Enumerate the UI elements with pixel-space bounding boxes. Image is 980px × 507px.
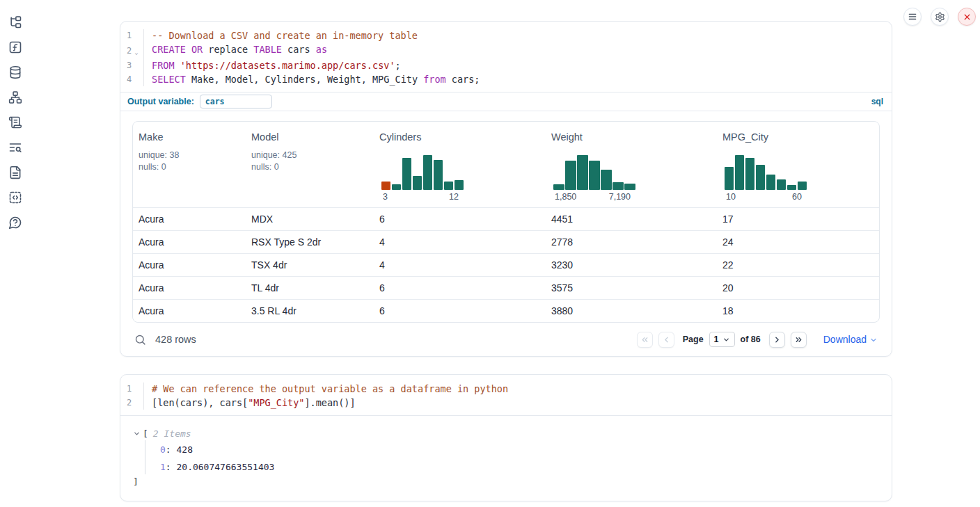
chevron-down-icon: [722, 336, 730, 344]
page-total-label: of 86: [741, 335, 761, 344]
last-page-button[interactable]: [791, 332, 807, 348]
row-count: 428 rows: [155, 334, 196, 345]
first-page-button[interactable]: [637, 332, 653, 348]
data-table: Makeunique: 38nulls: 0Modelunique: 425nu…: [132, 121, 880, 323]
line-number: 2⌄: [120, 43, 144, 60]
window-actions: [903, 8, 976, 26]
table-cell: 18: [717, 305, 879, 316]
hist-bar: [735, 155, 744, 190]
tree-entry: 0: 428: [160, 444, 879, 455]
hist-axis-labels: 312: [381, 190, 464, 202]
hist-bar: [392, 184, 401, 190]
snippets-code-icon[interactable]: [8, 191, 22, 204]
table-cell: 6: [374, 282, 546, 293]
file-tree-icon[interactable]: [8, 15, 22, 29]
column-title: Cylinders: [379, 131, 540, 143]
table-cell: 3880: [546, 305, 717, 316]
sql-cell: 1-- Download a CSV and create an in-memo…: [120, 21, 892, 357]
column-histogram: 1060: [725, 155, 807, 202]
table-cell: 3575: [546, 282, 717, 293]
python-code-editor[interactable]: 1# We can reference the output variable …: [120, 375, 892, 415]
function-square-icon[interactable]: [8, 40, 22, 54]
chevron-down-icon: [869, 336, 878, 344]
table-cell: 3.5 RL 4dr: [246, 305, 374, 316]
close-bracket: ]: [133, 474, 879, 488]
table-row: AcuraTSX 4dr4323022: [133, 253, 879, 276]
table-search-button[interactable]: [134, 334, 146, 346]
table-cell: TSX 4dr: [246, 259, 374, 271]
line-number: 1: [120, 29, 144, 43]
download-label: Download: [823, 334, 867, 345]
table-cell: Acura: [133, 236, 246, 248]
settings-button[interactable]: [931, 8, 949, 26]
database-icon[interactable]: [8, 65, 22, 79]
hist-bar: [455, 180, 464, 190]
download-button[interactable]: Download: [823, 334, 878, 345]
column-header[interactable]: MPG_City1060: [717, 122, 879, 207]
next-page-button[interactable]: [769, 332, 785, 348]
table-cell: RSX Type S 2dr: [246, 236, 374, 248]
fold-chevron-icon[interactable]: ⌄: [134, 46, 138, 60]
column-header[interactable]: Makeunique: 38nulls: 0: [133, 122, 246, 207]
table-cell: 4: [374, 259, 546, 271]
output-variable-row: Output variable: sql: [120, 92, 892, 111]
table-cell: 6: [374, 305, 546, 316]
hist-axis-labels: 1060: [725, 190, 807, 202]
hist-bar: [777, 179, 786, 190]
column-header[interactable]: Weight1,8507,190: [546, 122, 717, 207]
table-cell: 22: [717, 259, 879, 271]
table-cell: Acura: [133, 214, 246, 225]
sql-code-editor[interactable]: 1-- Download a CSV and create an in-memo…: [120, 22, 892, 92]
hist-bar: [589, 161, 600, 190]
page-select-value: 1: [714, 335, 719, 344]
hist-bar: [413, 176, 422, 190]
hist-bar: [612, 182, 624, 190]
table-cell: 24: [717, 236, 879, 248]
hist-bar: [402, 158, 411, 190]
line-number: 4: [120, 73, 144, 87]
table-cell: Acura: [133, 259, 246, 271]
shutdown-button[interactable]: [958, 8, 976, 26]
code-line: 2[len(cars), cars["MPG_City"].mean()]: [120, 396, 892, 410]
hist-bar: [766, 175, 775, 190]
column-title: Weight: [551, 131, 711, 143]
column-stats: unique: 425nulls: 0: [251, 150, 368, 173]
hist-bar: [601, 170, 612, 190]
tree-collapse-button[interactable]: [133, 430, 143, 437]
column-title: MPG_City: [722, 131, 874, 143]
table-cell: Acura: [133, 305, 246, 316]
hist-bar: [624, 184, 635, 190]
notebook: 1-- Download a CSV and create an in-memo…: [120, 21, 892, 507]
hist-bar: [444, 182, 453, 190]
page-select[interactable]: 1: [709, 332, 735, 347]
output-variable-input[interactable]: [200, 95, 272, 108]
sql-cell-output: Makeunique: 38nulls: 0Modelunique: 425nu…: [120, 111, 892, 356]
menu-button[interactable]: [903, 8, 922, 26]
help-circle-icon[interactable]: [8, 216, 22, 230]
list-search-icon[interactable]: [8, 140, 22, 154]
column-histogram: 312: [381, 155, 464, 202]
code-line: 1-- Download a CSV and create an in-memo…: [120, 29, 892, 43]
items-count-label: 2 Items: [153, 428, 191, 439]
code-text: SELECT Make, Model, Cylinders, Weight, M…: [144, 73, 480, 87]
column-title: Model: [251, 131, 368, 143]
tree-items: 0: 4281: 20.060747663551403: [145, 440, 879, 474]
hist-bar: [745, 158, 754, 190]
code-text: # We can reference the output variable a…: [144, 383, 508, 396]
prev-page-button[interactable]: [658, 332, 674, 348]
table-cell: 2778: [546, 236, 717, 248]
code-text: [len(cars), cars["MPG_City"].mean()]: [144, 396, 356, 410]
column-histogram: 1,8507,190: [553, 155, 635, 202]
hist-bar: [553, 184, 564, 190]
table-cell: 4451: [546, 214, 717, 225]
column-header[interactable]: Modelunique: 425nulls: 0: [246, 122, 374, 207]
dependency-graph-icon[interactable]: [8, 90, 22, 104]
hist-bar: [565, 161, 576, 190]
scroll-text-icon[interactable]: [8, 115, 22, 129]
table-cell: Acura: [133, 282, 246, 293]
column-header[interactable]: Cylinders312: [374, 122, 546, 207]
table-cell: 3230: [546, 259, 717, 271]
chevrons-right-icon: [794, 335, 803, 344]
code-line: 2⌄CREATE OR replace TABLE cars as: [120, 43, 892, 60]
file-text-icon[interactable]: [8, 166, 22, 179]
